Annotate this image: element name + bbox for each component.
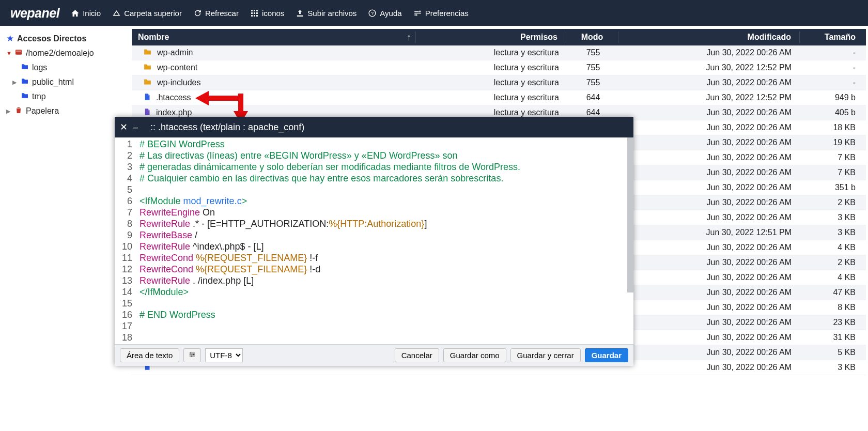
svg-rect-5 [16, 51, 21, 52]
file-size: 7 KB [800, 153, 866, 162]
code-editor[interactable]: 123456789101112131415161718 # BEGIN Word… [115, 137, 633, 344]
file-size: 8 KB [800, 303, 866, 312]
cancel-button[interactable]: Cancelar [395, 348, 439, 362]
scrollbar[interactable] [627, 137, 633, 293]
svg-point-2 [419, 10, 421, 12]
file-modified: Jun 30, 2022 12:52 PM [619, 93, 800, 102]
col-perm[interactable]: Permisos [416, 33, 566, 42]
file-size: 4 KB [800, 243, 866, 252]
sidebar-root[interactable]: ▼ /home2/demoalejo [3, 46, 125, 60]
save-button[interactable]: Guardar [585, 348, 628, 362]
file-name: index.php [156, 108, 192, 117]
table-row[interactable]: wp-adminlectura y escritura755Jun 30, 20… [132, 45, 866, 60]
up-icon [112, 9, 121, 18]
caret-right-icon: ▶ [12, 79, 18, 86]
dialog-titlebar[interactable]: ✕ – :: .htaccess (text/plain : apache_co… [115, 117, 633, 137]
file-name: wp-includes [157, 78, 200, 87]
file-size: - [800, 63, 866, 72]
home-icon [71, 9, 80, 18]
file-modified: Jun 30, 2022 00:26 AM [619, 318, 800, 327]
nav-upload[interactable]: Subir archivos [296, 9, 357, 18]
col-mod[interactable]: Modificado [618, 33, 799, 42]
col-mode[interactable]: Modo [566, 33, 618, 42]
file-size: 3 KB [800, 228, 866, 237]
table-row[interactable]: wp-includeslectura y escritura755Jun 30,… [132, 75, 866, 90]
nav-refresh[interactable]: Refrescar [193, 9, 239, 18]
file-mode: 755 [567, 78, 619, 87]
trash-icon [14, 106, 23, 116]
file-modified: Jun 30, 2022 00:26 AM [619, 273, 800, 282]
file-name: wp-admin [157, 48, 193, 57]
caret-right-icon: ▶ [6, 108, 11, 115]
file-icon [143, 93, 151, 103]
nav-icons[interactable]: iconos [250, 9, 284, 18]
sidebar-item-public-html[interactable]: ▶ public_html [3, 75, 125, 89]
file-size: 5 KB [800, 348, 866, 357]
folder-icon [143, 63, 152, 73]
col-name[interactable]: Nombre ↑ [132, 32, 415, 43]
sidebar-shortcuts[interactable]: ★ Accesos Directos [3, 31, 125, 46]
svg-point-12 [191, 356, 192, 357]
sidebar-item-tmp[interactable]: tmp [3, 89, 125, 104]
upload-icon [296, 9, 304, 18]
nav-icons-label: iconos [262, 9, 284, 18]
sidebar: ★ Accesos Directos ▼ /home2/demoalejo lo… [0, 26, 128, 124]
file-perm: lectura y escritura [417, 48, 567, 57]
file-modified: Jun 30, 2022 00:26 AM [619, 348, 800, 357]
nav-prefs[interactable]: Preferencias [413, 9, 469, 18]
minimize-icon[interactable]: – [133, 122, 138, 133]
sort-icon: ↑ [407, 32, 411, 43]
caret-down-icon: ▼ [6, 50, 11, 56]
dialog-title: :: .htaccess (text/plain : apache_conf) [150, 122, 304, 133]
encoding-select[interactable]: UTF-8 [205, 348, 243, 362]
file-modified: Jun 30, 2022 00:26 AM [619, 183, 800, 192]
file-mode: 755 [567, 48, 619, 57]
file-modified: Jun 30, 2022 00:26 AM [619, 333, 800, 342]
file-size: 3 KB [800, 363, 866, 372]
file-perm: lectura y escritura [417, 93, 567, 102]
code-area[interactable]: # BEGIN WordPress # Las directivas (líne… [136, 137, 520, 344]
folder-icon [21, 91, 29, 102]
nav-up[interactable]: Carpeta superior [112, 9, 182, 18]
save-close-button[interactable]: Guardar y cerrar [510, 348, 581, 362]
file-modified: Jun 30, 2022 00:26 AM [619, 48, 800, 57]
settings-button[interactable] [183, 348, 201, 362]
sidebar-trash[interactable]: ▶ Papelera [3, 104, 125, 118]
file-perm: lectura y escritura [417, 78, 567, 87]
nav-help-label: Ayuda [380, 9, 401, 18]
dialog-footer: Área de texto UTF-8 Cancelar Guardar com… [115, 344, 633, 366]
file-modified: Jun 30, 2022 00:26 AM [619, 78, 800, 87]
sidebar-item-logs[interactable]: logs [3, 60, 125, 75]
file-modified: Jun 30, 2022 12:52 PM [619, 63, 800, 72]
file-name: .htaccess [156, 93, 191, 102]
file-modified: Jun 30, 2022 00:26 AM [619, 258, 800, 267]
svg-text:?: ? [371, 11, 374, 16]
file-size: 23 KB [800, 318, 866, 327]
file-modified: Jun 30, 2022 00:26 AM [619, 243, 800, 252]
nav-home[interactable]: Inicio [71, 9, 101, 18]
table-row[interactable]: wp-contentlectura y escritura755Jun 30, … [132, 60, 866, 75]
save-as-button[interactable]: Guardar como [443, 348, 506, 362]
file-name: wp-content [157, 63, 197, 72]
file-modified: Jun 30, 2022 12:51 PM [619, 228, 800, 237]
file-modified: Jun 30, 2022 00:26 AM [619, 108, 800, 117]
file-size: 18 KB [800, 123, 866, 132]
file-size: - [800, 48, 866, 57]
col-size[interactable]: Tamaño [800, 33, 866, 42]
sidebar-trash-label: Papelera [26, 106, 59, 116]
file-size: 3 KB [800, 213, 866, 222]
file-mode: 644 [567, 108, 619, 117]
file-perm: lectura y escritura [417, 63, 567, 72]
file-mode: 644 [567, 93, 619, 102]
svg-point-11 [193, 354, 194, 355]
grid-icon [250, 9, 259, 18]
help-icon: ? [368, 9, 377, 18]
sidebar-item-label: logs [32, 63, 47, 72]
star-icon: ★ [6, 33, 14, 44]
file-modified: Jun 30, 2022 00:26 AM [619, 153, 800, 162]
close-icon[interactable]: ✕ [120, 121, 128, 133]
textarea-toggle[interactable]: Área de texto [120, 348, 179, 362]
refresh-icon [193, 9, 202, 18]
nav-help[interactable]: ? Ayuda [368, 9, 401, 18]
file-size: 19 KB [800, 138, 866, 147]
